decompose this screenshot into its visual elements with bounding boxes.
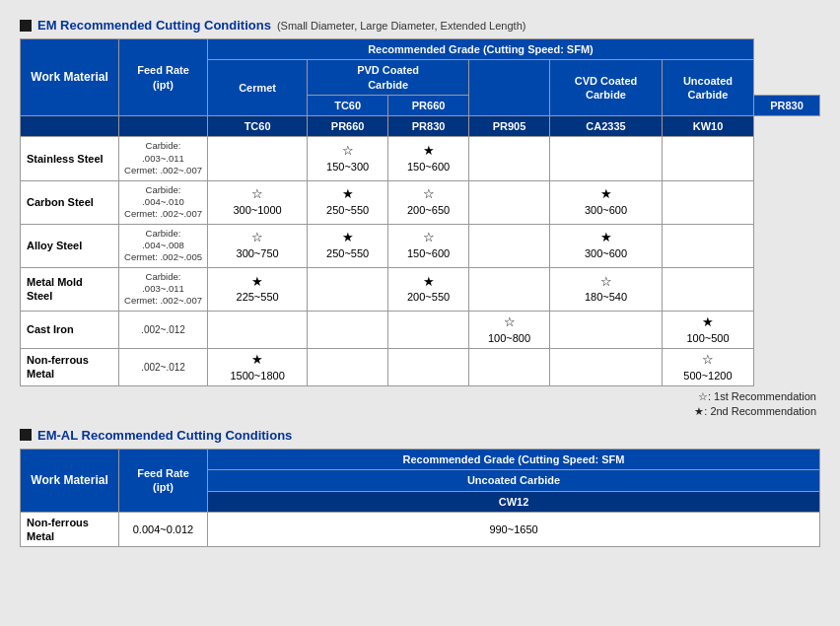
pr660-stainless: 150~300 bbox=[308, 137, 388, 180]
section1-title: EM Recommended Cutting Conditions (Small… bbox=[20, 18, 820, 33]
feed-rate-header: Feed Rate(ipt) bbox=[119, 39, 208, 116]
material-nonferrous: Non-ferrousMetal bbox=[21, 348, 119, 385]
cermet-header: Cermet bbox=[208, 60, 308, 116]
emal-cw12-header: CW12 bbox=[208, 491, 820, 512]
kw10-stainless bbox=[663, 137, 754, 180]
ca2335-nonferrous bbox=[549, 348, 662, 385]
kw10-alloy bbox=[663, 224, 754, 267]
pr905-stainless bbox=[469, 137, 550, 180]
legend-filled: ★: 2nd Recommendation bbox=[20, 405, 816, 418]
star-outline-icon bbox=[423, 188, 435, 200]
feed-stainless: Carbide: .003~.011Cermet: .002~.007 bbox=[119, 137, 208, 180]
star-filled-icon bbox=[342, 188, 354, 200]
section1-icon bbox=[20, 20, 32, 32]
table-row: Non-ferrous Metal 0.004~0.012 990~1650 bbox=[21, 512, 820, 547]
tc60-mold: 225~550 bbox=[208, 267, 308, 311]
section1-title-main: EM Recommended Cutting Conditions bbox=[37, 18, 271, 33]
emal-cw12-value: 990~1650 bbox=[208, 512, 820, 547]
star-filled-icon bbox=[251, 276, 263, 288]
section2-title-main: EM-AL Recommended Cutting Conditions bbox=[37, 428, 292, 443]
section2-icon bbox=[20, 429, 32, 441]
material-alloy: Alloy Steel bbox=[21, 224, 119, 267]
section1-title-sub: (Small Diameter, Large Diameter, Extende… bbox=[277, 20, 526, 32]
pvd-header: PVD CoatedCarbide bbox=[308, 60, 469, 96]
pr660-header: PR660 bbox=[388, 95, 469, 115]
ca2335-carbon: 300~600 bbox=[549, 180, 662, 224]
pr905-header bbox=[469, 60, 550, 116]
pr660-cast bbox=[308, 311, 388, 348]
table-row: Non-ferrousMetal .002~.012 1500~1800 500… bbox=[21, 348, 820, 385]
kw10-cast: 100~500 bbox=[663, 311, 754, 348]
rec-grade-header: Recommended Grade (Cutting Speed: SFM) bbox=[208, 39, 754, 60]
star-outline-icon bbox=[251, 232, 263, 243]
star-filled-icon bbox=[600, 188, 612, 200]
table-row: Cast Iron .002~.012 100~800 100~500 bbox=[21, 311, 820, 348]
ca2335-sub: CA2335 bbox=[549, 116, 662, 137]
ca2335-stainless bbox=[549, 137, 662, 180]
pr830-cast bbox=[388, 311, 469, 348]
material-stainless: Stainless Steel bbox=[21, 137, 119, 180]
feed-alloy: Carbide: .004~.008Cermet: .002~.005 bbox=[119, 224, 208, 267]
pr660-alloy: 250~550 bbox=[308, 224, 388, 267]
emal-feed: 0.004~0.012 bbox=[119, 512, 208, 547]
pr905-carbon bbox=[469, 180, 550, 224]
pr660-carbon: 250~550 bbox=[308, 180, 388, 224]
pr830-stainless: 150~600 bbox=[388, 137, 469, 180]
emal-work-material-header: Work Material bbox=[21, 449, 119, 512]
star-filled-icon bbox=[251, 354, 263, 366]
legend: ☆: 1st Recommendation ★: 2nd Recommendat… bbox=[20, 390, 820, 418]
tc60-alloy: 300~750 bbox=[208, 224, 308, 267]
star-outline-icon bbox=[342, 145, 354, 157]
pr905-cast: 100~800 bbox=[469, 311, 550, 348]
tc60-stainless bbox=[208, 137, 308, 180]
kw10-carbon bbox=[663, 180, 754, 224]
kw10-sub: KW10 bbox=[663, 116, 754, 137]
emal-rec-grade-header: Recommended Grade (Cutting Speed: SFM bbox=[208, 449, 820, 469]
kw10-mold bbox=[663, 267, 754, 311]
pr830-alloy: 150~600 bbox=[388, 224, 469, 267]
tc60-nonferrous: 1500~1800 bbox=[208, 348, 308, 385]
pr830-nonferrous bbox=[388, 348, 469, 385]
table-row: Metal MoldSteel Carbide: .003~.011Cermet… bbox=[21, 267, 820, 311]
star-outline-icon bbox=[504, 316, 516, 328]
pr905-mold bbox=[469, 267, 550, 311]
page-wrapper: EM Recommended Cutting Conditions (Small… bbox=[10, 10, 830, 555]
tc60-carbon: 300~1000 bbox=[208, 180, 308, 224]
pr905-alloy bbox=[469, 224, 550, 267]
star-filled-icon bbox=[600, 232, 612, 243]
cvd-header: CVD CoatedCarbide bbox=[549, 60, 662, 116]
feed-mold: Carbide: .003~.011Cermet: .002~.007 bbox=[119, 267, 208, 311]
table-row: Alloy Steel Carbide: .004~.008Cermet: .0… bbox=[21, 224, 820, 267]
ca2335-mold: 180~540 bbox=[549, 267, 662, 311]
ca2335-alloy: 300~600 bbox=[549, 224, 662, 267]
material-mold: Metal MoldSteel bbox=[21, 267, 119, 311]
pr905-sub: PR905 bbox=[469, 116, 550, 137]
fr-subheader bbox=[119, 116, 208, 137]
star-filled-icon bbox=[423, 145, 435, 157]
feed-carbon: Carbide: .004~.010Cermet: .002~.007 bbox=[119, 180, 208, 224]
tc60-sub: TC60 bbox=[208, 116, 308, 137]
material-cast: Cast Iron bbox=[21, 311, 119, 348]
tc60-cast bbox=[208, 311, 308, 348]
star-outline-icon bbox=[423, 232, 435, 243]
feed-cast: .002~.012 bbox=[119, 311, 208, 348]
star-outline-icon bbox=[251, 188, 263, 200]
pr660-sub: PR660 bbox=[308, 116, 388, 137]
wm-subheader bbox=[21, 116, 119, 137]
table-row: Stainless Steel Carbide: .003~.011Cermet… bbox=[21, 137, 820, 180]
emal-uncoated-header: Uncoated Carbide bbox=[208, 470, 820, 491]
tc60-header: TC60 bbox=[308, 95, 388, 115]
emal-table: Work Material Feed Rate(ipt) Recommended… bbox=[20, 449, 820, 547]
star-outline-icon bbox=[702, 354, 714, 366]
pr830-mold: 200~550 bbox=[388, 267, 469, 311]
pr830-header: PR830 bbox=[753, 95, 819, 115]
kw10-nonferrous: 500~1200 bbox=[663, 348, 754, 385]
feed-nonferrous: .002~.012 bbox=[119, 348, 208, 385]
main-table: Work Material Feed Rate(ipt) Recommended… bbox=[20, 38, 820, 386]
pr830-sub: PR830 bbox=[388, 116, 469, 137]
legend-outline: ☆: 1st Recommendation bbox=[20, 390, 816, 403]
table-row: Carbon Steel Carbide: .004~.010Cermet: .… bbox=[21, 180, 820, 224]
section2-title: EM-AL Recommended Cutting Conditions bbox=[20, 428, 820, 443]
pr830-carbon: 200~650 bbox=[388, 180, 469, 224]
ca2335-cast bbox=[549, 311, 662, 348]
